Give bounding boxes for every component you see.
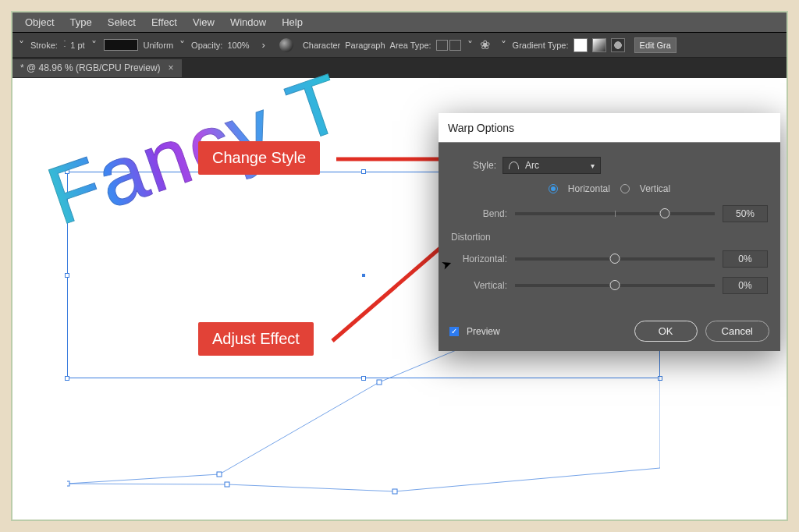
vertical-label: Vertical: [640, 183, 670, 194]
dist-vertical-thumb[interactable]: [610, 280, 620, 290]
handle-bl[interactable]: [65, 376, 69, 381]
dist-vertical-value[interactable]: 0%: [723, 277, 768, 294]
style-label: Style:: [473, 160, 496, 171]
gradient-freeform-icon[interactable]: [611, 38, 625, 52]
annotation-change-style: Change Style: [198, 141, 320, 175]
dist-vertical-slider[interactable]: [515, 284, 715, 287]
recolor-icon[interactable]: [279, 38, 293, 52]
svg-rect-1: [217, 472, 222, 477]
paragraph-link[interactable]: Paragraph: [345, 41, 385, 50]
opacity-label: Opacity:: [191, 41, 222, 50]
align-icons[interactable]: [436, 40, 461, 51]
control-bar: ˅ Stroke: ˆˇ 1 pt ˅ Uniform ˅ Opacity: 1…: [12, 33, 787, 58]
chevron-right-icon[interactable]: ›: [254, 39, 267, 51]
stroke-dropdown-icon[interactable]: ˅: [90, 39, 98, 51]
menu-help[interactable]: Help: [274, 16, 311, 28]
stroke-stepper-arrows[interactable]: ˆˇ: [64, 40, 66, 51]
profile-dropdown-icon[interactable]: ˅: [178, 39, 186, 51]
preview-label: Preview: [467, 326, 500, 337]
document-tabs: * @ 48.96 % (RGB/CPU Preview) ×: [12, 58, 787, 78]
style-value: Arc: [523, 160, 587, 171]
document-tab[interactable]: * @ 48.96 % (RGB/CPU Preview) ×: [12, 59, 182, 77]
preview-checkbox[interactable]: ✓: [449, 327, 459, 336]
canvas[interactable]: Fancy T Change Style Adjust Effect ➤ War…: [12, 78, 787, 520]
dist-horizontal-value[interactable]: 0%: [723, 250, 768, 268]
bend-label: Bend:: [451, 208, 507, 219]
handle-tm[interactable]: [361, 169, 366, 174]
menu-effect[interactable]: Effect: [144, 16, 185, 28]
menu-object[interactable]: Object: [17, 16, 62, 28]
cancel-button[interactable]: Cancel: [705, 321, 769, 342]
svg-rect-2: [225, 482, 229, 487]
svg-rect-0: [67, 481, 69, 486]
menu-type[interactable]: Type: [62, 16, 100, 28]
stroke-label: Stroke:: [30, 41, 58, 50]
chevron-down-icon: ▾: [591, 161, 595, 170]
gradient-radial-icon[interactable]: [592, 38, 606, 52]
horizontal-radio[interactable]: [549, 184, 558, 193]
dist-horizontal-thumb[interactable]: [610, 254, 620, 264]
annotation-adjust-effect: Adjust Effect: [198, 322, 314, 356]
close-tab-icon[interactable]: ×: [169, 62, 174, 73]
bend-thumb[interactable]: [660, 208, 670, 218]
svg-rect-4: [377, 380, 382, 385]
character-link[interactable]: Character: [303, 41, 340, 50]
arc-icon: [509, 161, 519, 169]
bend-value[interactable]: 50%: [723, 205, 768, 222]
svg-rect-3: [392, 489, 397, 494]
opacity-value[interactable]: 100%: [227, 41, 249, 50]
bend-slider[interactable]: [515, 212, 715, 215]
handle-bm[interactable]: [361, 376, 366, 381]
gradient-linear-icon[interactable]: [574, 38, 588, 52]
menu-select[interactable]: Select: [100, 16, 144, 28]
align-dropdown-icon[interactable]: ˅: [466, 39, 474, 51]
transform-icon[interactable]: [479, 39, 495, 51]
dist-vertical-label: Vertical:: [451, 280, 507, 291]
document-tab-label: * @ 48.96 % (RGB/CPU Preview): [20, 62, 161, 73]
stroke-profile-label: Uniform: [144, 41, 174, 50]
stroke-profile-swatch[interactable]: [104, 39, 138, 51]
chevron-down-icon[interactable]: ˅: [17, 39, 26, 51]
center-point[interactable]: [362, 274, 365, 277]
transform-dropdown-icon[interactable]: ˅: [499, 39, 508, 51]
menu-bar: Object Type Select Effect View Window He…: [12, 12, 787, 33]
dist-horizontal-label: Horizontal:: [451, 254, 507, 264]
dist-horizontal-slider[interactable]: [515, 257, 715, 261]
stroke-value[interactable]: 1 pt: [70, 41, 84, 50]
warp-options-dialog: Warp Options Style: Arc ▾ Horizontal Ver…: [439, 113, 780, 351]
areatype-label[interactable]: Area Type:: [390, 41, 431, 50]
gradient-type-label: Gradient Type:: [513, 41, 569, 50]
horizontal-label: Horizontal: [568, 183, 610, 194]
menu-window[interactable]: Window: [222, 16, 274, 28]
handle-ml[interactable]: [65, 273, 69, 278]
vertical-radio[interactable]: [620, 184, 630, 193]
handle-br[interactable]: [658, 376, 662, 381]
dialog-title: Warp Options: [439, 113, 780, 143]
app-window: Object Type Select Effect View Window He…: [11, 11, 788, 521]
edit-gradient-button[interactable]: Edit Gra: [634, 37, 676, 53]
distortion-header: Distortion: [451, 232, 768, 243]
menu-view[interactable]: View: [185, 16, 222, 28]
style-dropdown[interactable]: Arc ▾: [502, 157, 601, 174]
ok-button[interactable]: OK: [634, 321, 698, 342]
